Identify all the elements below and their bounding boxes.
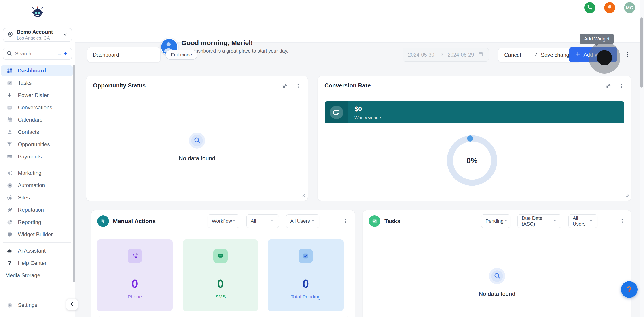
sidebar-item-widget-builder[interactable]: Widget Builder — [1, 229, 73, 240]
account-switcher[interactable]: Demo Account Los Angeles, CA — [3, 28, 72, 42]
chevron-down-icon — [504, 218, 508, 224]
sidebar-item-marketing[interactable]: Marketing — [1, 168, 73, 178]
sidebar-item-label: Dashboard — [18, 68, 46, 74]
chevron-down-icon — [589, 218, 593, 224]
opportunities-icon — [6, 141, 13, 148]
sidebar-item-conversations[interactable]: Conversations — [1, 102, 73, 113]
widget-kebab-icon[interactable] — [618, 217, 626, 225]
sidebar-item-label: Payments — [18, 154, 42, 160]
workflow-filter-dropdown[interactable]: Workflow — [208, 214, 239, 228]
empty-state-text: No data found — [179, 155, 215, 162]
sidebar-item-label: Settings — [18, 302, 37, 308]
check-square-icon — [298, 249, 313, 263]
contacts-icon — [6, 129, 13, 136]
widget-title: Tasks — [384, 218, 400, 225]
payments-icon — [6, 153, 13, 160]
calendars-icon — [6, 116, 13, 123]
sort-filter-dropdown[interactable]: Due Date (ASC) — [518, 214, 561, 228]
top-bar-actions: MC — [584, 2, 635, 13]
sidebar-item-label: Calendars — [18, 117, 42, 123]
sidebar: Demo Account Los Angeles, CA Search — [0, 0, 75, 317]
date-start: 2024-05-30 — [408, 52, 434, 58]
chevron-down-icon — [310, 218, 315, 224]
widget-builder-icon — [6, 231, 13, 238]
users-filter-dropdown[interactable]: All Users — [286, 214, 319, 228]
collapse-sidebar-button[interactable] — [66, 299, 78, 310]
chevron-left-icon — [69, 301, 75, 308]
bell-icon — [607, 4, 613, 11]
sidebar-item-ai-assistant[interactable]: Ai Assistant — [1, 245, 73, 256]
sidebar-scrollbar[interactable] — [73, 65, 75, 282]
stat-label: Phone — [97, 294, 173, 300]
empty-state: No data found — [363, 268, 631, 297]
click-indicator — [597, 50, 612, 65]
top-bar: MC — [75, 0, 644, 17]
sidebar-item-contacts[interactable]: Contacts — [1, 126, 73, 138]
conversations-icon — [6, 104, 13, 111]
sidebar-item-settings[interactable]: Settings — [1, 300, 73, 311]
kebab-icon — [624, 51, 630, 58]
manual-actions-icon — [97, 215, 109, 227]
search-empty-icon — [493, 272, 501, 280]
help-button[interactable]: ? — [621, 281, 638, 298]
sidebar-divider — [3, 242, 71, 242]
power-dialer-icon — [6, 92, 13, 98]
widget-kebab-icon[interactable] — [342, 217, 350, 225]
widget-title: Opportunity Status — [93, 82, 146, 89]
account-name: Demo Account — [17, 29, 60, 35]
widget-conversion-rate: Conversion Rate — [318, 76, 631, 201]
phone-button[interactable] — [584, 2, 595, 13]
dashboard-options-button[interactable] — [624, 51, 632, 59]
sidebar-item-calendars[interactable]: Calendars — [1, 114, 73, 126]
reporting-icon — [6, 219, 13, 226]
sidebar-item-sites[interactable]: Sites — [1, 192, 73, 203]
status-filter-dropdown[interactable]: Pending — [481, 214, 510, 228]
sidebar-item-help-center[interactable]: ? Help Center — [1, 258, 73, 269]
won-revenue-label: Won revenue — [354, 115, 381, 120]
widget-filter-icon[interactable] — [282, 83, 288, 90]
check-icon — [533, 52, 538, 58]
search-empty-icon — [193, 136, 201, 145]
reputation-icon — [6, 206, 13, 213]
widget-filter-icon[interactable] — [605, 83, 611, 90]
sites-icon — [6, 194, 13, 201]
edit-actions-group: Cancel Save changes — [498, 48, 581, 62]
dashboard-icon — [6, 67, 13, 74]
resize-handle[interactable] — [624, 192, 629, 199]
search-icon — [6, 50, 12, 57]
sidebar-item-label: Widget Builder — [18, 232, 53, 238]
sidebar-item-dashboard[interactable]: Dashboard — [1, 65, 73, 76]
page-title: Good morning, Meriel! — [181, 39, 253, 47]
sidebar-item-payments[interactable]: Payments — [1, 151, 73, 162]
notifications-button[interactable] — [604, 2, 615, 13]
question-icon: ? — [626, 285, 632, 294]
help-center-icon: ? — [6, 260, 13, 266]
widget-kebab-icon[interactable] — [618, 83, 624, 90]
edit-mode-badge[interactable]: Edit mode — [166, 50, 198, 60]
sidebar-item-media-storage[interactable]: Media Storage — [1, 270, 73, 281]
sidebar-item-label: Sites — [18, 194, 30, 201]
date-range-picker[interactable]: 2024-05-30 2024-06-29 — [402, 48, 489, 62]
widget-kebab-icon[interactable] — [295, 83, 301, 90]
user-avatar[interactable]: MC — [624, 2, 635, 13]
dashboard-name-input[interactable] — [87, 47, 160, 62]
won-revenue-banner: $0 Won revenue — [325, 102, 624, 124]
stat-value: 0 — [268, 277, 344, 290]
sidebar-item-opportunities[interactable]: Opportunities — [1, 139, 73, 150]
location-pin-icon — [7, 31, 14, 39]
sidebar-item-power-dialer[interactable]: Power Dialer — [1, 90, 73, 101]
search-input[interactable]: Search — [3, 48, 72, 60]
sidebar-item-label: Tasks — [18, 80, 32, 86]
sidebar-settings: Settings — [1, 300, 73, 312]
sidebar-item-automation[interactable]: Automation — [1, 180, 73, 191]
tasks-icon — [6, 80, 13, 86]
users-filter-dropdown[interactable]: All Users — [568, 214, 598, 228]
sidebar-item-reporting[interactable]: Reporting — [1, 216, 73, 228]
sidebar-item-reputation[interactable]: Reputation — [1, 204, 73, 216]
resize-handle[interactable] — [300, 192, 306, 199]
sidebar-item-tasks[interactable]: Tasks — [1, 77, 73, 88]
type-filter-dropdown[interactable]: All — [246, 214, 279, 228]
page-scrollbar-thumb[interactable] — [640, 18, 643, 88]
sms-icon — [213, 249, 228, 263]
cancel-button[interactable]: Cancel — [498, 48, 527, 62]
